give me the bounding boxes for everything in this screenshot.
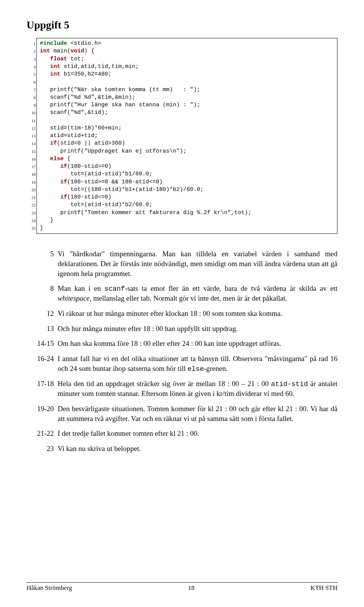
code-line: tot=(atid-stid)*b2/60.0; — [40, 201, 334, 209]
code-line: } — [40, 217, 334, 224]
explanation-text: Man kan i en scanf-sats ta emot fler än … — [58, 284, 337, 303]
line-number: 18 — [27, 170, 36, 178]
explanation-number: 8 — [27, 284, 58, 303]
explanation-item: 8Man kan i en scanf-sats ta emot fler än… — [27, 284, 337, 303]
line-number: 9 — [27, 101, 36, 109]
explanation-number: 17-18 — [27, 379, 58, 399]
explanations-list: 5Vi "hårdkodar" timpenningarna. Man kan … — [27, 249, 337, 453]
line-number: 16 — [27, 155, 36, 163]
line-number: 15 — [27, 148, 36, 155]
code-box: #include <stdio.h>int main(void) { float… — [36, 38, 337, 234]
line-number: 11 — [27, 117, 36, 125]
code-line: scanf("%d %d",&tim,&min); — [40, 94, 334, 101]
line-number: 17 — [27, 163, 36, 170]
line-number: 7 — [27, 86, 36, 94]
code-line: if(180-stid<=0) — [40, 194, 334, 201]
footer-left: Håkan Strömberg — [27, 584, 72, 592]
explanation-item: 14-15Om han ska komma före 18 : 00 eller… — [27, 339, 337, 348]
page: Uppgift 5 123456789101112131415161718192… — [0, 0, 364, 607]
code-line: printf("Uppdraget kan ej utföras\n"); — [40, 148, 334, 155]
line-number: 12 — [27, 125, 36, 132]
code-line: int main(void) { — [40, 47, 334, 55]
code-line: stid=(tim-18)*60+min; — [40, 125, 334, 132]
line-number: 19 — [27, 178, 36, 186]
explanation-item: 23Vi kan nu skriva ut beloppet. — [27, 444, 337, 454]
explanation-item: 17-18Hela den tid an uppdraget sträcker … — [27, 379, 337, 399]
line-number: 10 — [27, 109, 36, 117]
line-number: 22 — [27, 201, 36, 209]
explanation-item: 12Vi räknar ut hur många minuter efter k… — [27, 309, 337, 318]
explanation-number: 19-20 — [27, 404, 58, 423]
code-line: int stid,atid,tid,tim,min; — [40, 63, 334, 71]
code-line: if(180-stid>=0 && 180-atid<=0) — [40, 178, 334, 186]
line-number: 6 — [27, 78, 36, 86]
explanation-text: Vi räknar ut hur många minuter efter klo… — [58, 309, 337, 318]
line-numbers: 1234567891011121314151617181920212223242… — [27, 40, 36, 232]
code-line: } — [40, 224, 334, 232]
explanation-number: 14-15 — [27, 339, 58, 348]
explanation-number: 12 — [27, 309, 58, 318]
line-number: 1 — [27, 40, 36, 47]
explanation-number: 21-22 — [27, 429, 58, 438]
explanation-item: 13Och hur många minuter efter 18 : 00 ha… — [27, 324, 337, 334]
footer-center: 18 — [188, 584, 195, 592]
code-line: if(stid<0 || atid>360) — [40, 140, 334, 147]
explanation-text: I det tredje fallet kommer tomten efter … — [58, 429, 337, 438]
explanation-item: 21-22I det tredje fallet kommer tomten e… — [27, 429, 337, 438]
line-number: 4 — [27, 63, 36, 71]
line-number: 23 — [27, 209, 36, 217]
explanation-text: Och hur många minuter efter 18 : 00 han … — [58, 324, 337, 334]
code-line: printf("När ska tomten komma (tt mm) : "… — [40, 86, 334, 94]
explanation-item: 5Vi "hårdkodar" timpenningarna. Man kan … — [27, 249, 337, 278]
code-block: 1234567891011121314151617181920212223242… — [27, 38, 337, 234]
code-line: atid=stid+tid; — [40, 132, 334, 140]
code-line — [40, 117, 334, 125]
line-number: 25 — [27, 224, 36, 232]
line-number: 8 — [27, 94, 36, 101]
code-line: float tot; — [40, 55, 334, 63]
code-line — [40, 78, 334, 86]
explanation-number: 5 — [27, 249, 58, 278]
line-number: 20 — [27, 186, 36, 194]
explanation-text: Vi kan nu skriva ut beloppet. — [58, 444, 337, 454]
footer-right: KTH STH — [311, 584, 337, 592]
explanation-text: Vi "hårdkodar" timpenningarna. Man kan t… — [58, 249, 337, 278]
explanation-text: Om han ska komma före 18 : 00 eller efte… — [58, 339, 337, 348]
line-number: 2 — [27, 47, 36, 55]
explanation-item: 16-24I annat fall har vi en del olika si… — [27, 354, 337, 374]
code-line: tot=((180-stid)*b1+(atid-180)*b2)/60.0; — [40, 186, 334, 194]
code-line: int b1=350,b2=480; — [40, 71, 334, 78]
line-number: 5 — [27, 71, 36, 78]
line-number: 24 — [27, 217, 36, 224]
page-footer: Håkan Strömberg 18 KTH STH — [27, 582, 337, 592]
line-number: 21 — [27, 194, 36, 201]
line-number: 3 — [27, 55, 36, 63]
explanation-number: 16-24 — [27, 354, 58, 374]
explanation-text: I annat fall har vi en del olika situati… — [58, 354, 337, 374]
code-line: printf("Tomten kommer att fakturera dig … — [40, 209, 334, 217]
page-title: Uppgift 5 — [27, 19, 337, 31]
code-line: #include <stdio.h> — [40, 40, 334, 47]
explanation-text: Den besvärligaste situationen. Tomten ko… — [58, 404, 337, 423]
code-line: printf("Hur länge ska han stanna (min) :… — [40, 101, 334, 109]
line-number: 13 — [27, 132, 36, 140]
explanation-number: 13 — [27, 324, 58, 334]
line-number: 14 — [27, 140, 36, 147]
explanation-number: 23 — [27, 444, 58, 454]
code-line: if(180-stid>=0) — [40, 163, 334, 170]
explanation-item: 19-20Den besvärligaste situationen. Tomt… — [27, 404, 337, 423]
code-line: scanf("%d",&tid); — [40, 109, 334, 117]
explanation-text: Hela den tid an uppdraget sträcker sig ö… — [58, 379, 337, 399]
code-line: else { — [40, 155, 334, 163]
code-line: tot=(atid-stid)*b1/60.0; — [40, 170, 334, 178]
